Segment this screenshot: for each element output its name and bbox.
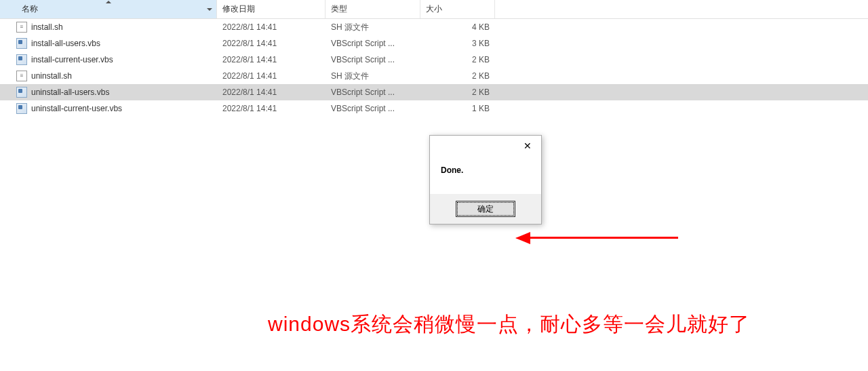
file-row[interactable]: install-current-user.vbs2022/8/1 14:41VB… [0, 52, 868, 68]
file-name-label: install-current-user.vbs [31, 55, 113, 64]
file-name-cell: install-current-user.vbs [0, 54, 217, 65]
vbs-file-icon [16, 87, 27, 98]
file-type-cell: SH 源文件 [326, 22, 420, 33]
column-header-type[interactable]: 类型 [326, 0, 420, 18]
file-size-cell: 2 KB [420, 87, 495, 97]
file-date-cell: 2022/8/1 14:41 [217, 22, 326, 32]
file-size-cell: 2 KB [420, 71, 495, 81]
file-type-cell: VBScript Script ... [326, 55, 420, 64]
file-name-label: install.sh [31, 22, 63, 32]
file-name-label: install-all-users.vbs [31, 39, 100, 48]
arrow-head-icon [515, 232, 530, 244]
vbs-file-icon [16, 38, 27, 49]
close-button[interactable]: ✕ [514, 136, 541, 155]
dialog-titlebar[interactable]: ✕ [430, 136, 541, 156]
dialog-message: Done. [430, 156, 541, 194]
file-explorer: 名称 修改日期 类型 大小 ≡install.sh2022/8/1 14:41S… [0, 0, 868, 117]
column-header-row: 名称 修改日期 类型 大小 [0, 0, 868, 19]
vbs-file-icon [16, 54, 27, 65]
file-name-cell: uninstall-current-user.vbs [0, 103, 217, 114]
file-type-cell: VBScript Script ... [326, 39, 420, 48]
file-type-cell: SH 源文件 [326, 71, 420, 82]
column-header-name[interactable]: 名称 [0, 0, 217, 18]
close-icon: ✕ [524, 140, 532, 151]
column-header-date[interactable]: 修改日期 [217, 0, 326, 18]
column-header-size-label: 大小 [426, 3, 442, 15]
file-row[interactable]: uninstall-current-user.vbs2022/8/1 14:41… [0, 100, 868, 117]
column-header-type-label: 类型 [331, 3, 347, 15]
chevron-down-icon[interactable] [207, 8, 212, 11]
file-name-cell: uninstall-all-users.vbs [0, 87, 217, 98]
file-row[interactable]: ≡install.sh2022/8/1 14:41SH 源文件4 KB [0, 19, 868, 35]
file-name-label: uninstall-current-user.vbs [31, 104, 122, 113]
annotation-caption: windows系统会稍微慢一点，耐心多等一会儿就好了 [268, 311, 750, 338]
file-size-cell: 3 KB [420, 39, 495, 48]
file-date-cell: 2022/8/1 14:41 [217, 71, 326, 81]
file-row[interactable]: install-all-users.vbs2022/8/1 14:41VBScr… [0, 35, 868, 52]
file-name-cell: ≡install.sh [0, 22, 217, 33]
file-date-cell: 2022/8/1 14:41 [217, 87, 326, 97]
file-row[interactable]: ≡uninstall.sh2022/8/1 14:41SH 源文件2 KB [0, 68, 868, 84]
column-header-name-label: 名称 [22, 3, 38, 15]
sort-ascending-icon [106, 1, 111, 3]
vbs-file-icon [16, 103, 27, 114]
file-size-cell: 2 KB [420, 55, 495, 64]
column-header-date-label: 修改日期 [222, 3, 255, 15]
file-name-label: uninstall.sh [31, 71, 72, 81]
sh-file-icon: ≡ [16, 71, 27, 81]
file-name-cell: ≡uninstall.sh [0, 71, 217, 81]
file-date-cell: 2022/8/1 14:41 [217, 55, 326, 64]
file-size-cell: 1 KB [420, 104, 495, 113]
file-type-cell: VBScript Script ... [326, 87, 420, 97]
file-date-cell: 2022/8/1 14:41 [217, 104, 326, 113]
file-row[interactable]: uninstall-all-users.vbs2022/8/1 14:41VBS… [0, 84, 868, 100]
dialog-footer: 确定 [430, 194, 541, 224]
file-name-label: uninstall-all-users.vbs [31, 87, 109, 97]
ok-button[interactable]: 确定 [456, 201, 515, 217]
file-name-cell: install-all-users.vbs [0, 38, 217, 49]
annotation-arrow [515, 234, 678, 242]
arrow-line-icon [529, 237, 678, 239]
column-header-size[interactable]: 大小 [420, 0, 495, 18]
message-dialog: ✕ Done. 确定 [429, 135, 542, 224]
file-size-cell: 4 KB [420, 22, 495, 32]
file-list: ≡install.sh2022/8/1 14:41SH 源文件4 KBinsta… [0, 19, 868, 117]
file-type-cell: VBScript Script ... [326, 104, 420, 113]
sh-file-icon: ≡ [16, 22, 27, 33]
file-date-cell: 2022/8/1 14:41 [217, 39, 326, 48]
